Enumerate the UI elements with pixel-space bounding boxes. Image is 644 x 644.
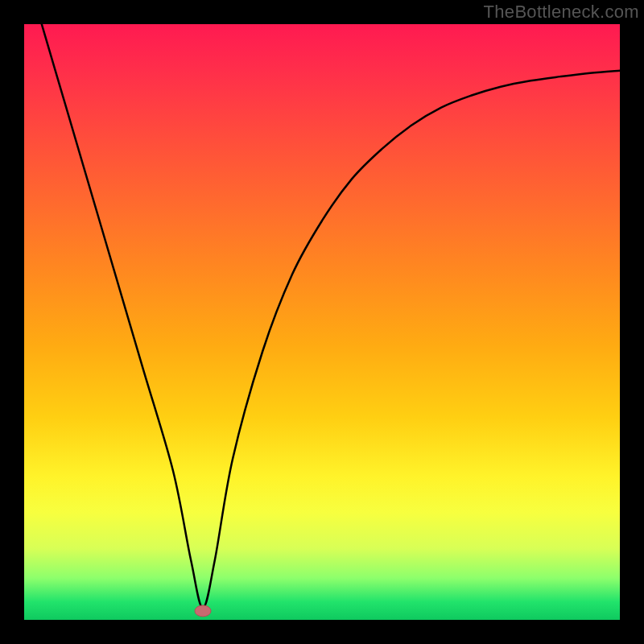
optimal-point-marker <box>195 605 211 617</box>
bottleneck-curve <box>24 0 620 608</box>
plot-area <box>24 24 620 620</box>
watermark-text: TheBottleneck.com <box>484 2 639 23</box>
chart-frame: TheBottleneck.com <box>0 0 644 644</box>
curve-svg <box>24 24 620 620</box>
